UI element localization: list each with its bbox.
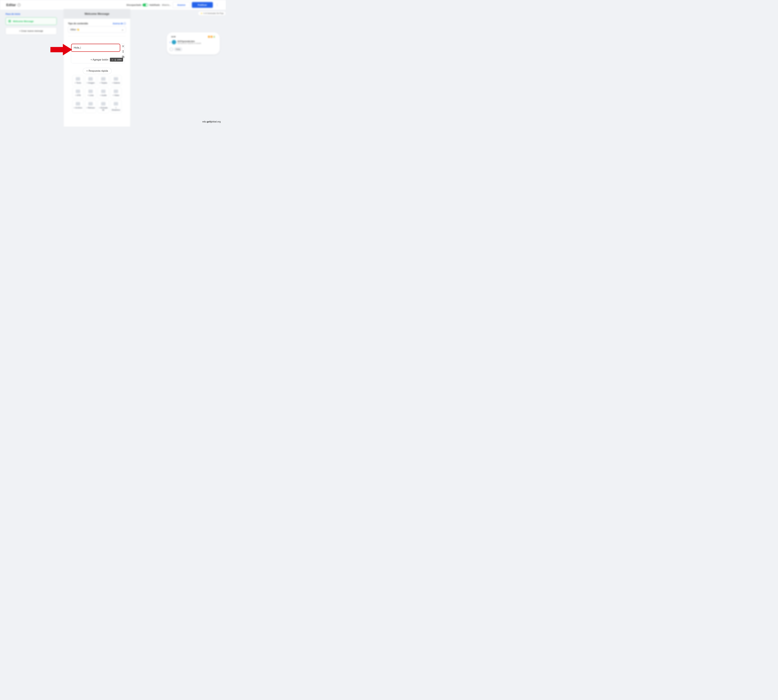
advance-button[interactable]: Avance bbox=[173, 2, 190, 8]
info-icon: i bbox=[124, 22, 126, 25]
message-text-value: Hola, bbox=[74, 46, 80, 49]
tile-delay[interactable]: + Retraso bbox=[85, 100, 96, 113]
callout-arrow-icon bbox=[50, 44, 72, 56]
svg-marker-0 bbox=[50, 44, 72, 55]
char-counter-pill: ☺ {} 1994 bbox=[110, 58, 123, 62]
avatar bbox=[172, 40, 176, 44]
panel-title: Welcome Message bbox=[63, 9, 130, 19]
content-type-select[interactable]: Other 👋 ⌄ bbox=[68, 26, 126, 33]
phone-contact-name: GCFAprendeLibre bbox=[177, 40, 201, 42]
tile-input[interactable]: + Entrada de bbox=[98, 100, 109, 113]
braces-icon[interactable]: {} bbox=[115, 58, 116, 61]
page-title: Editar bbox=[6, 3, 16, 7]
content-tile-grid: + Texto + Imagen + Tarjeta + Galería + O… bbox=[68, 75, 126, 113]
tile-otn[interactable]: + OTN bbox=[72, 88, 83, 98]
app-header: Editar ? Discapacitado Habilitado Ahorro… bbox=[0, 0, 226, 10]
tile-image[interactable]: + Imagen bbox=[85, 75, 96, 86]
message-avatar bbox=[170, 48, 173, 51]
message-bubble: Hola, bbox=[174, 47, 182, 51]
about-link[interactable]: Acerca de i bbox=[113, 22, 126, 25]
message-compose-block: Hola, + Agregar botón ☺ {} 1994 bbox=[71, 43, 130, 63]
help-icon[interactable]: ? bbox=[17, 3, 20, 7]
more-menu-icon[interactable]: ⋮ bbox=[215, 2, 220, 8]
tile-dynamic[interactable]: + Dinámico bbox=[110, 100, 122, 113]
tile-audio[interactable]: + Audio bbox=[98, 88, 109, 98]
char-count: 1994 bbox=[117, 58, 122, 61]
tile-text[interactable]: + Texto bbox=[72, 75, 83, 86]
add-button-label[interactable]: + Agregar botón bbox=[90, 58, 108, 61]
phone-contact-sub: Normalmente responde al instante bbox=[177, 42, 201, 44]
sidebar-section-label: Paso de inicio bbox=[6, 13, 57, 15]
radio-active-icon bbox=[8, 20, 11, 23]
quick-reply-button[interactable]: + Respuesta rápida bbox=[83, 68, 112, 74]
phone-back-icon[interactable]: ‹ bbox=[170, 41, 170, 44]
saving-status: Ahorro... bbox=[162, 4, 171, 6]
tile-gallery[interactable]: + Galería bbox=[110, 75, 122, 86]
toggle-off-label: Discapacitado bbox=[127, 4, 141, 6]
status-toggle-group: Discapacitado Habilitado bbox=[127, 3, 160, 7]
tile-file[interactable]: + Archivo bbox=[72, 100, 83, 113]
content-type-label: Tipo de contenido bbox=[68, 22, 88, 25]
phone-status-icons: 📶 📶 🔋 bbox=[208, 36, 215, 38]
message-text-input[interactable]: Hola, bbox=[71, 44, 120, 52]
create-message-button[interactable]: + Crear nuevo mensaje bbox=[6, 27, 57, 35]
tile-card[interactable]: + Tarjeta bbox=[98, 75, 109, 86]
emoji-icon[interactable]: ☺ bbox=[112, 58, 114, 61]
sidebar-item-label: Welcome Message bbox=[13, 20, 33, 23]
toggle-on-label: Habilitado bbox=[149, 4, 160, 6]
sidebar: Paso de inicio Welcome Message + Crear n… bbox=[0, 9, 62, 127]
enable-toggle[interactable] bbox=[142, 3, 148, 7]
tile-video[interactable]: + Vídeo bbox=[110, 88, 122, 98]
reorder-icon[interactable] bbox=[122, 50, 125, 53]
close-icon[interactable] bbox=[122, 45, 125, 48]
select-value: Other 👋 bbox=[70, 28, 79, 31]
watermark: edu.gcfglobal.org bbox=[202, 120, 220, 123]
tile-list[interactable]: + Lista bbox=[85, 88, 96, 98]
phone-preview: 16:09 📶 📶 🔋 ‹ GCFAprendeLibre Normalment… bbox=[167, 32, 220, 55]
phone-time: 16:09 bbox=[171, 36, 175, 38]
chevron-down-icon: ⌄ bbox=[122, 28, 124, 31]
sidebar-item-welcome[interactable]: Welcome Message bbox=[6, 17, 57, 25]
publish-button[interactable]: Publicar bbox=[192, 2, 213, 8]
